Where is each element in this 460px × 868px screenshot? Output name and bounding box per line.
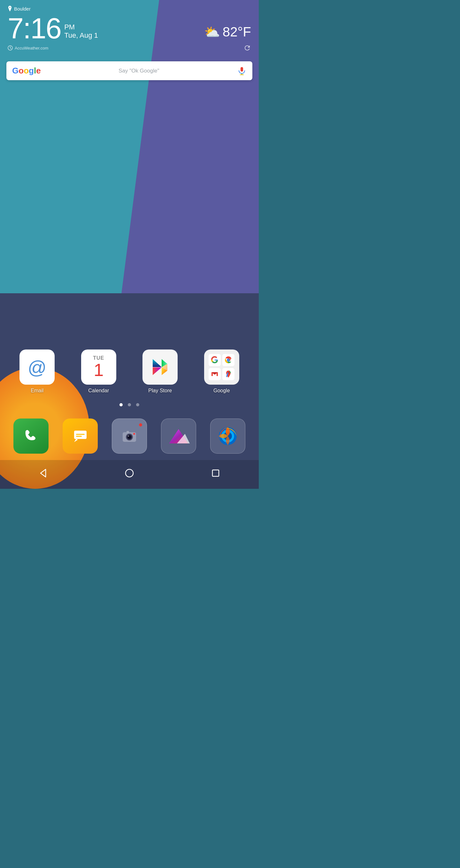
google-folder-label: Google	[213, 388, 230, 394]
app-icon-email[interactable]: @ Email	[20, 349, 55, 394]
location-row: Boulder	[8, 6, 251, 11]
mini-maps-icon	[222, 368, 235, 380]
microphone-icon[interactable]	[237, 66, 247, 76]
accuweather-text: AccuWeather.com	[15, 46, 48, 51]
google-search-bar[interactable]: Google Say "Ok Google"	[6, 61, 252, 80]
svg-point-16	[133, 433, 135, 435]
time-weather-row: 7:16 PM Tue, Aug 1 ⛅ 82°F	[8, 14, 251, 43]
location-label: Boulder	[14, 6, 31, 11]
calendar-inner: TUE 1	[93, 355, 104, 379]
page-dot-3[interactable]	[136, 403, 139, 406]
phone-icon	[22, 428, 40, 445]
dock-firefox[interactable]	[210, 418, 245, 454]
camera-notification-dot	[139, 423, 142, 427]
phone-icon-box	[13, 418, 49, 454]
back-icon	[38, 468, 48, 478]
firefox-icon	[217, 425, 239, 447]
app-icons-row: @ Email TUE 1 Calendar	[0, 349, 259, 394]
app-icon-play-store[interactable]: Play Store	[143, 349, 178, 394]
gallery-icon-box	[161, 418, 196, 454]
calendar-icon-box: TUE 1	[81, 349, 116, 385]
time-right: PM Tue, Aug 1	[64, 23, 98, 40]
home-button[interactable]	[121, 465, 137, 481]
messages-icon	[71, 428, 89, 445]
camera-icon	[120, 427, 139, 445]
accuweather-row: AccuWeather.com	[8, 44, 251, 52]
app-icon-calendar[interactable]: TUE 1 Calendar	[81, 349, 116, 394]
app-icon-google-folder[interactable]: Google	[204, 349, 239, 394]
svg-rect-8	[76, 434, 85, 435]
time-display: 7:16	[8, 14, 61, 43]
email-label: Email	[31, 388, 43, 394]
svg-rect-9	[76, 436, 82, 437]
dock	[0, 414, 259, 460]
status-bar: Boulder 7:16 PM Tue, Aug 1 ⛅ 82°F	[0, 0, 259, 52]
calendar-date: 1	[94, 361, 103, 379]
svg-rect-24	[212, 470, 219, 476]
page-dots	[0, 403, 259, 406]
home-icon	[124, 468, 134, 478]
gallery-icon	[167, 428, 190, 445]
home-screen: Boulder 7:16 PM Tue, Aug 1 ⛅ 82°F	[0, 0, 259, 489]
dock-phone[interactable]	[13, 418, 49, 454]
time-date: Tue, Aug 1	[64, 31, 98, 40]
play-store-icon-box	[143, 349, 178, 385]
svg-point-14	[128, 435, 129, 437]
page-dot-1[interactable]	[120, 403, 123, 406]
weather-temp: 82°F	[223, 24, 251, 40]
refresh-icon[interactable]	[243, 44, 251, 52]
mini-chrome-icon	[222, 354, 235, 366]
accuweather-icon	[8, 45, 13, 51]
location-pin-icon	[8, 6, 12, 11]
mini-google-icon	[209, 354, 221, 366]
google-folder-icon-box	[204, 349, 239, 385]
svg-rect-1	[241, 67, 243, 71]
time-ampm: PM	[64, 23, 98, 31]
messages-icon-box	[63, 418, 98, 454]
calendar-label: Calendar	[88, 388, 109, 394]
svg-marker-7	[74, 439, 78, 442]
svg-marker-22	[40, 469, 46, 477]
google-logo: Google	[12, 66, 41, 76]
camera-icon-box	[112, 418, 147, 454]
email-at-symbol: @	[28, 356, 47, 378]
back-button[interactable]	[35, 465, 51, 481]
svg-rect-15	[126, 431, 129, 433]
nav-bar	[0, 460, 259, 489]
mini-gmail-icon	[209, 368, 221, 380]
page-dot-2[interactable]	[128, 403, 131, 406]
weather-icon: ⛅	[204, 25, 220, 40]
svg-point-23	[126, 469, 133, 477]
play-store-svg	[149, 356, 171, 378]
email-icon-box: @	[20, 349, 55, 385]
weather-section: ⛅ 82°F	[204, 24, 251, 40]
search-placeholder: Say "Ok Google"	[45, 68, 233, 74]
firefox-icon-box	[210, 418, 245, 454]
dock-camera[interactable]	[112, 418, 147, 454]
recents-button[interactable]	[208, 465, 224, 481]
play-store-label: Play Store	[148, 388, 172, 394]
accuweather-label: AccuWeather.com	[8, 45, 48, 51]
dock-messages[interactable]	[63, 418, 98, 454]
dock-gallery[interactable]	[161, 418, 196, 454]
recents-icon	[211, 469, 220, 477]
search-bar-container: Google Say "Ok Google"	[0, 52, 259, 80]
time-section: 7:16 PM Tue, Aug 1	[8, 14, 98, 43]
